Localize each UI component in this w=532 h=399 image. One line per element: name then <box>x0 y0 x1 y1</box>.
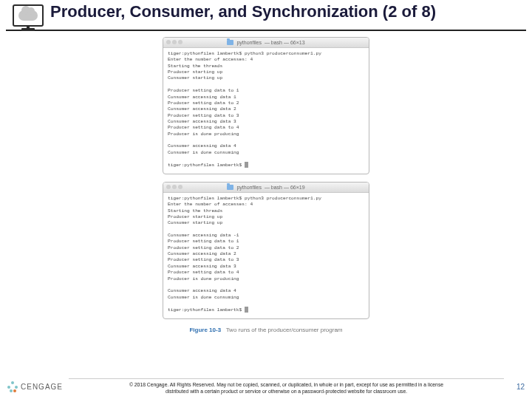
terminal-output-1: tiger:pythonfiles lambertk$ python3 prod… <box>163 48 369 174</box>
window-controls-icon <box>166 40 183 44</box>
page-number: 12 <box>510 383 525 391</box>
terminal-titlebar-2: pythonfiles — bash — 66×19 <box>163 183 369 193</box>
terminal-title-meta: — bash — 66×19 <box>265 185 305 190</box>
folder-icon <box>227 40 233 45</box>
brand-name: CENGAGE <box>21 383 63 391</box>
terminal-screenshots: pythonfiles — bash — 66×13 tiger:pythonf… <box>163 37 369 333</box>
slide-header: Producer, Consumer, and Synchronization … <box>6 0 526 31</box>
header-icon <box>10 1 46 30</box>
terminal-title-meta: — bash — 66×13 <box>265 40 305 45</box>
figure-caption-text: Two runs of the producer/consumer progra… <box>226 327 343 333</box>
folder-icon <box>227 185 233 190</box>
copyright-line-1: © 2018 Cengage. All Rights Reserved. May… <box>75 382 498 388</box>
window-controls-icon <box>166 185 183 189</box>
figure-caption: Figure 10-3 Two runs of the producer/con… <box>163 327 369 333</box>
brand-logo-icon <box>7 381 18 392</box>
terminal-titlebar-1: pythonfiles — bash — 66×13 <box>163 38 369 48</box>
terminal-output-2: tiger:pythonfiles lambertk$ python3 prod… <box>163 193 369 318</box>
copyright-line-2: distributed with a certain product or se… <box>75 389 498 395</box>
terminal-title-path: pythonfiles <box>236 40 261 45</box>
copyright-text: © 2018 Cengage. All Rights Reserved. May… <box>69 378 504 395</box>
slide-title: Producer, Consumer, and Synchronization … <box>50 1 436 20</box>
terminal-window-1: pythonfiles — bash — 66×13 tiger:pythonf… <box>163 37 369 174</box>
slide-content: pythonfiles — bash — 66×13 tiger:pythonf… <box>0 31 532 333</box>
slide-footer: CENGAGE © 2018 Cengage. All Rights Reser… <box>0 378 532 395</box>
monitor-icon <box>13 4 44 27</box>
cloud-icon <box>18 10 38 21</box>
figure-label: Figure 10-3 <box>189 327 221 333</box>
brand-block: CENGAGE <box>7 381 63 392</box>
terminal-title-path: pythonfiles <box>236 185 261 190</box>
terminal-window-2: pythonfiles — bash — 66×19 tiger:pythonf… <box>163 182 369 319</box>
